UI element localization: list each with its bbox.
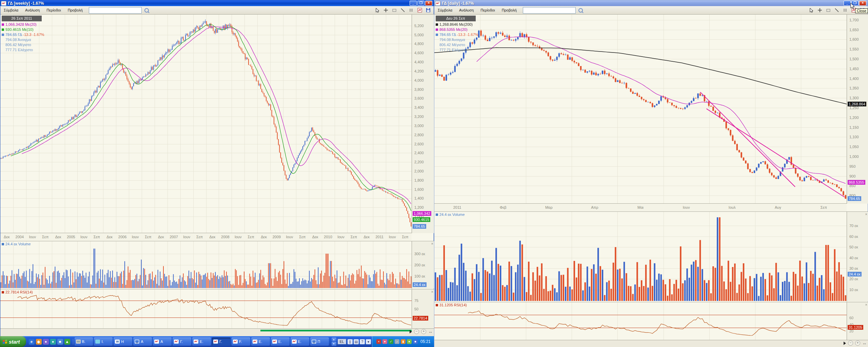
symbol-search-input[interactable] bbox=[89, 7, 142, 14]
close-volume-pane-button[interactable]: × bbox=[431, 242, 433, 245]
menu-item-1[interactable]: Ανάλυση bbox=[456, 7, 477, 13]
taskbar-button-11[interactable]: E. bbox=[291, 338, 309, 346]
microphone-icon[interactable]: ∥ bbox=[348, 339, 353, 344]
taskbar-button-8[interactable]: F. bbox=[232, 338, 250, 346]
close-rsi-pane-button[interactable]: × bbox=[865, 303, 867, 306]
fit-width-icon[interactable]: ↔ bbox=[862, 341, 867, 346]
taskbar-button-0[interactable]: B. bbox=[75, 338, 93, 346]
taskbar-button-5[interactable]: Γ. bbox=[173, 338, 191, 346]
box-tool-icon[interactable] bbox=[826, 7, 831, 13]
tray-icon-4[interactable]: ▮ bbox=[401, 339, 406, 344]
rsi-pane: 755022.7814×22.7814 RSI(14) bbox=[0, 289, 434, 329]
line-tool-icon[interactable] bbox=[400, 7, 406, 13]
price-axis: 1,7001,6501,6001,5501,5001,4501,4001,350… bbox=[847, 15, 868, 204]
box-tool-icon[interactable] bbox=[392, 7, 397, 13]
recycle-icon[interactable]: ▲ bbox=[64, 339, 70, 345]
tray-icon-0[interactable]: × bbox=[376, 339, 381, 344]
visible-range-bar[interactable] bbox=[260, 330, 412, 331]
tray-icon-3[interactable]: ♪ bbox=[395, 339, 399, 344]
taskbar-button-2[interactable]: WH bbox=[114, 338, 132, 346]
tablet-pen-icon[interactable]: ▤ bbox=[354, 339, 359, 344]
internet-explorer-icon[interactable]: e bbox=[29, 339, 35, 345]
zoom-out-button[interactable]: − bbox=[414, 329, 419, 334]
scheduler-icon[interactable]: ◆ bbox=[36, 339, 42, 345]
zoom-in-button[interactable]: + bbox=[421, 329, 426, 334]
menu-item-2[interactable]: Περίοδοι bbox=[43, 7, 64, 13]
expand-icon[interactable]: ▾ bbox=[366, 339, 371, 344]
volume-label: 24.4 εκ Volume bbox=[436, 212, 465, 217]
language-indicator[interactable]: EL bbox=[338, 339, 346, 344]
zoom-in-button[interactable]: + bbox=[855, 341, 860, 346]
tray-icon-1[interactable]: ● bbox=[382, 339, 387, 344]
price-tick: 3,400 bbox=[414, 105, 424, 109]
titlebar-daily[interactable]: ΓΔ [daily] -1.67% _ ❐ × bbox=[434, 0, 868, 6]
menu-item-1[interactable]: Ανάλυση bbox=[22, 7, 43, 13]
notes-icon[interactable]: ■ bbox=[57, 339, 63, 345]
tray-icon-6[interactable]: ■ bbox=[413, 339, 418, 344]
save-icon[interactable] bbox=[426, 7, 431, 13]
close-button[interactable]: × bbox=[859, 1, 866, 6]
taskbar-button-10[interactable]: E. bbox=[271, 338, 290, 346]
minimize-button[interactable]: _ bbox=[410, 1, 417, 6]
search-icon[interactable] bbox=[144, 8, 149, 13]
crosshair-tool-icon[interactable] bbox=[383, 7, 389, 13]
menu-item-3[interactable]: Προβολή bbox=[498, 7, 520, 13]
tray-icon-2[interactable]: ✓ bbox=[389, 339, 393, 344]
scroll-down-icon[interactable]: ▼ bbox=[332, 342, 336, 346]
taskbar-button-label: F. bbox=[239, 340, 242, 344]
search-icon[interactable] bbox=[578, 8, 583, 13]
taskbar-button-label: B. bbox=[82, 340, 85, 344]
line-tool-icon[interactable] bbox=[834, 7, 840, 13]
pointer-tool-icon[interactable] bbox=[809, 7, 814, 13]
volume-canvas[interactable] bbox=[0, 241, 412, 289]
close-button-tooltip: Close bbox=[855, 8, 868, 13]
rsi-canvas[interactable] bbox=[0, 289, 412, 329]
legend-bullet bbox=[2, 44, 4, 46]
minimize-button[interactable]: _ bbox=[844, 1, 851, 6]
legend-text: 777.71 Ελάχιστο bbox=[439, 48, 467, 52]
taskbar-button-label: A bbox=[141, 340, 143, 344]
rsi-canvas[interactable] bbox=[434, 302, 847, 340]
zoom-out-button[interactable]: − bbox=[848, 341, 853, 346]
price-chart-canvas[interactable] bbox=[434, 15, 847, 204]
taskbar-button-3[interactable]: A bbox=[133, 338, 152, 346]
messenger-icon[interactable]: ● bbox=[43, 339, 49, 345]
pointer-tool-icon[interactable] bbox=[375, 7, 380, 13]
scroll-right-icon[interactable] bbox=[844, 342, 846, 345]
volume-canvas[interactable] bbox=[434, 212, 847, 302]
titlebar-weekly[interactable]: ΓΔ [weekly] -1.67% _ ❐ × bbox=[0, 0, 434, 6]
help-icon[interactable]: ? bbox=[360, 339, 365, 344]
scroll-right-icon[interactable] bbox=[410, 330, 412, 333]
taskbar-button-9[interactable]: E. bbox=[251, 338, 270, 346]
volume-bullet bbox=[2, 243, 4, 245]
grid-tool-icon[interactable] bbox=[843, 7, 848, 13]
price-chart-canvas[interactable] bbox=[0, 15, 412, 233]
tray-icon-5[interactable]: ● bbox=[407, 339, 412, 344]
menu-item-3[interactable]: Προβολή bbox=[64, 7, 86, 13]
taskbar-button-12[interactable]: Π bbox=[310, 338, 329, 346]
grid-tool-icon[interactable] bbox=[409, 7, 414, 13]
chart-style-icon[interactable] bbox=[417, 7, 422, 13]
close-volume-pane-button[interactable]: × bbox=[865, 212, 867, 216]
time-axis-label: Δεκ bbox=[206, 235, 219, 239]
menu-item-0[interactable]: Σύμβολα bbox=[0, 7, 22, 13]
taskbar-button-1[interactable]: I. bbox=[94, 338, 113, 346]
monitor-icon bbox=[135, 340, 139, 344]
menu-item-0[interactable]: Σύμβολα bbox=[434, 7, 456, 13]
menu-item-2[interactable]: Περίοδοι bbox=[477, 7, 498, 13]
symbol-search-input[interactable] bbox=[523, 7, 576, 14]
close-button[interactable]: × bbox=[425, 1, 432, 6]
taskbar-button-7[interactable]: Γ. bbox=[212, 338, 231, 346]
taskbar-button-4[interactable]: A bbox=[153, 338, 172, 346]
taskbar-button-6[interactable]: E. bbox=[192, 338, 211, 346]
crosshair-tool-icon[interactable] bbox=[817, 7, 823, 13]
fit-width-icon[interactable]: ↔ bbox=[428, 329, 433, 334]
chart-window-daily: ΓΔ [daily] -1.67% _ ❐ × ΣύμβολαΑνάλυσηΠε… bbox=[434, 0, 868, 347]
scroll-up-icon[interactable]: ▲ bbox=[332, 338, 336, 342]
start-button[interactable]: start bbox=[0, 336, 26, 347]
close-rsi-pane-button[interactable]: × bbox=[431, 290, 433, 293]
chart-icon bbox=[174, 340, 179, 344]
globe-icon[interactable]: ● bbox=[50, 339, 56, 345]
restore-button[interactable]: ❐ bbox=[417, 1, 425, 6]
price-tick: 2,200 bbox=[414, 160, 424, 164]
